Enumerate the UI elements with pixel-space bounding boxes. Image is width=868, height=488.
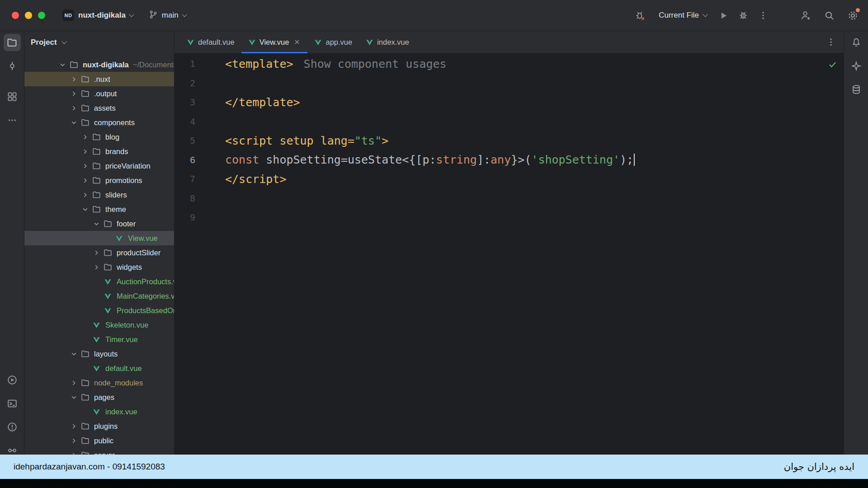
code-line-5[interactable]: 5<script setup lang="ts"> bbox=[175, 131, 844, 150]
tree-item-skeleton-vue[interactable]: Skeleton.vue bbox=[24, 318, 174, 332]
search-icon[interactable] bbox=[821, 7, 837, 23]
settings-gear-icon[interactable] bbox=[844, 7, 861, 23]
tree-item-maincategories-vue[interactable]: MainCategories.vue bbox=[24, 289, 174, 303]
tree-item-footer[interactable]: footer bbox=[24, 216, 174, 231]
tab-default-vue[interactable]: default.vue bbox=[180, 31, 241, 53]
code-line-3[interactable]: 3</template> bbox=[175, 93, 844, 112]
tree-item-view-vue[interactable]: View.vue bbox=[24, 231, 174, 245]
folder-icon bbox=[79, 379, 91, 387]
more-actions-icon[interactable] bbox=[755, 7, 771, 23]
run-tool-icon[interactable] bbox=[4, 371, 21, 389]
tree-item-default-vue[interactable]: default.vue bbox=[24, 361, 174, 375]
tree-item-productsbasedontast[interactable]: ProductsBasedOnTast bbox=[24, 303, 174, 318]
tree-item-pages[interactable]: pages bbox=[24, 390, 174, 404]
tree-item-output[interactable]: .output bbox=[24, 86, 174, 101]
notifications-bell-icon[interactable] bbox=[848, 34, 865, 51]
tree-item-sliders[interactable]: sliders bbox=[24, 188, 174, 202]
code-text: </script> bbox=[195, 173, 286, 186]
inspections-ok-icon[interactable] bbox=[828, 60, 837, 71]
project-path-hint: ~/Documents/the bbox=[133, 61, 174, 69]
tree-item-nuxt[interactable]: .nuxt bbox=[24, 72, 174, 86]
structure-tool-icon[interactable] bbox=[4, 88, 21, 105]
zoom-window-button[interactable] bbox=[38, 12, 45, 19]
chevron-expanded-icon[interactable] bbox=[68, 350, 79, 358]
branch-selector[interactable]: main bbox=[144, 7, 191, 23]
editor[interactable]: 1<template> Show component usages23</tem… bbox=[175, 53, 844, 488]
tree-item-label: MainCategories.vue bbox=[117, 292, 174, 300]
tree-item-layouts[interactable]: layouts bbox=[24, 347, 174, 361]
code-line-2[interactable]: 2 bbox=[175, 74, 844, 93]
project-selector[interactable]: ND nuxt-digikala bbox=[58, 7, 138, 24]
project-tool-icon[interactable] bbox=[4, 34, 21, 51]
tree-item-timer-vue[interactable]: Timer.vue bbox=[24, 332, 174, 347]
tree-item-index-vue[interactable]: index.vue bbox=[24, 404, 174, 419]
chevron-expanded-icon[interactable] bbox=[68, 394, 79, 401]
chevron-collapsed-icon[interactable] bbox=[80, 133, 90, 141]
chevron-collapsed-icon[interactable] bbox=[80, 162, 90, 170]
code-line-6[interactable]: 6const shopSetting=useState<{[p:string]:… bbox=[175, 150, 844, 170]
code-text: </template> bbox=[195, 96, 300, 109]
ai-assistant-icon[interactable] bbox=[848, 57, 865, 75]
database-tool-icon[interactable] bbox=[848, 81, 865, 98]
chevron-collapsed-icon[interactable] bbox=[68, 422, 79, 430]
vue-file-icon bbox=[90, 321, 102, 329]
tree-item-public[interactable]: public bbox=[24, 433, 174, 448]
tree-item-theme[interactable]: theme bbox=[24, 202, 174, 216]
chevron-expanded-icon[interactable] bbox=[57, 61, 68, 69]
close-tab-icon[interactable] bbox=[293, 38, 301, 46]
tree-item-nuxt-digikala[interactable]: nuxt-digikala~/Documents/the bbox=[24, 57, 174, 72]
line-number: 7 bbox=[175, 174, 195, 184]
more-tool-windows-icon[interactable] bbox=[4, 112, 21, 129]
tree-item-pricevariation[interactable]: priceVariation bbox=[24, 159, 174, 173]
terminal-tool-icon[interactable] bbox=[4, 395, 21, 412]
inlay-hint-show-component-usages[interactable]: Show component usages bbox=[304, 57, 447, 70]
close-window-button[interactable] bbox=[12, 12, 19, 19]
code-line-1[interactable]: 1<template> Show component usages bbox=[175, 54, 844, 74]
run-configuration-selector[interactable]: Current File bbox=[659, 11, 707, 20]
tree-item-node-modules[interactable]: node_modules bbox=[24, 375, 174, 390]
tree-item-label: index.vue bbox=[105, 408, 137, 416]
chevron-collapsed-icon[interactable] bbox=[80, 148, 90, 155]
code-line-8[interactable]: 8 bbox=[175, 189, 844, 208]
add-user-icon[interactable] bbox=[797, 7, 814, 23]
debug-button[interactable] bbox=[735, 7, 751, 23]
vue-file-icon bbox=[90, 365, 102, 372]
chevron-collapsed-icon[interactable] bbox=[68, 379, 79, 387]
tree-item-auctionproducts-vue[interactable]: AuctionProducts.vue bbox=[24, 274, 174, 289]
chevron-expanded-icon[interactable] bbox=[68, 119, 79, 127]
chevron-collapsed-icon[interactable] bbox=[68, 104, 79, 112]
tab-view-vue[interactable]: View.vue bbox=[241, 31, 308, 53]
chevron-collapsed-icon[interactable] bbox=[80, 177, 90, 184]
chevron-expanded-icon[interactable] bbox=[91, 220, 102, 228]
chevron-collapsed-icon[interactable] bbox=[68, 90, 79, 98]
project-panel-header[interactable]: Project bbox=[24, 31, 174, 54]
problems-tool-icon[interactable] bbox=[4, 418, 21, 436]
tab-app-vue[interactable]: app.vue bbox=[307, 31, 359, 53]
tree-item-promotions[interactable]: promotions bbox=[24, 173, 174, 188]
chevron-expanded-icon[interactable] bbox=[80, 206, 90, 213]
vue-file-icon bbox=[102, 307, 113, 314]
tree-item-brands[interactable]: brands bbox=[24, 144, 174, 159]
chevron-collapsed-icon[interactable] bbox=[91, 249, 102, 257]
tree-item-widgets[interactable]: widgets bbox=[24, 260, 174, 274]
tree-item-components[interactable]: components bbox=[24, 115, 174, 130]
tree-item-blog[interactable]: blog bbox=[24, 130, 174, 144]
tab-index-vue[interactable]: index.vue bbox=[359, 31, 416, 53]
chevron-collapsed-icon[interactable] bbox=[68, 75, 79, 83]
tree-item-plugins[interactable]: plugins bbox=[24, 419, 174, 433]
code-line-4[interactable]: 4 bbox=[175, 112, 844, 131]
code-line-7[interactable]: 7</script> bbox=[175, 169, 844, 189]
tree-item-label: default.vue bbox=[105, 364, 142, 373]
chevron-collapsed-icon[interactable] bbox=[80, 191, 90, 199]
run-button[interactable] bbox=[715, 7, 731, 23]
bug-disabled-icon[interactable] bbox=[632, 7, 648, 23]
chevron-collapsed-icon[interactable] bbox=[91, 263, 102, 271]
tab-options-kebab-icon[interactable] bbox=[826, 31, 844, 53]
chevron-collapsed-icon[interactable] bbox=[68, 437, 79, 445]
minimize-window-button[interactable] bbox=[25, 12, 32, 19]
tree-item-assets[interactable]: assets bbox=[24, 101, 174, 115]
tab-label: index.vue bbox=[377, 38, 409, 47]
code-line-9[interactable]: 9 bbox=[175, 208, 844, 227]
commit-tool-icon[interactable] bbox=[4, 57, 21, 75]
tree-item-productslider[interactable]: productSlider bbox=[24, 245, 174, 260]
